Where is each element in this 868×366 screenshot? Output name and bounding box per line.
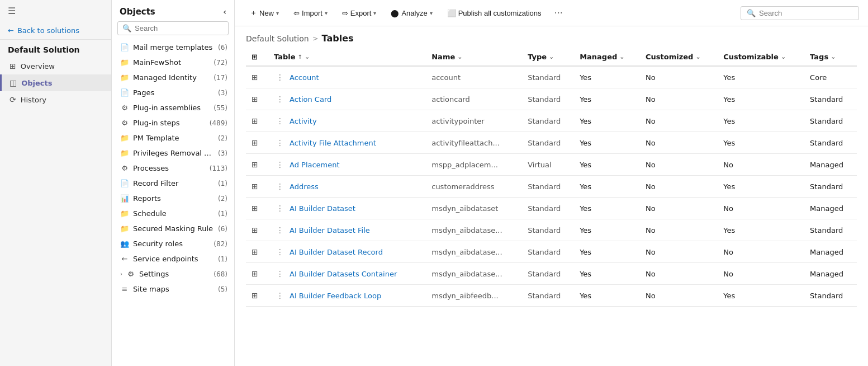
filter-name-icon[interactable]: ⌄ — [457, 53, 462, 60]
toolbar-search-input[interactable] — [759, 9, 853, 17]
more-options-icon[interactable]: ··· — [550, 5, 567, 21]
row-menu-icon[interactable]: ⋮ — [274, 290, 286, 301]
managed-identity-list-icon: 📁 — [120, 73, 129, 82]
th-type[interactable]: Type⌄ — [522, 48, 574, 66]
pages-count: (3) — [218, 89, 227, 97]
sidebar-item-history[interactable]: ⟳ History — [0, 91, 111, 108]
th-customized[interactable]: Customized⌄ — [640, 48, 718, 66]
row-table-name[interactable]: Action Card — [290, 95, 331, 104]
analyze-button[interactable]: ⬤ Analyze ▾ — [385, 6, 438, 21]
th-label-type: Type — [528, 53, 547, 61]
objects-item-mail-merge[interactable]: 📄 Mail merge templates (6) — [112, 40, 234, 55]
row-menu-icon[interactable]: ⋮ — [274, 159, 286, 170]
row-table-cell: ⋮ AI Builder Dataset Record — [268, 241, 426, 263]
row-menu-icon[interactable]: ⋮ — [274, 246, 286, 257]
objects-item-managed-identity[interactable]: 📁 Managed Identity (17) — [112, 70, 234, 85]
table-row: ⊞ ⋮ Activity File Attachment activityfil… — [246, 132, 857, 154]
pages-list-icon: 📄 — [120, 88, 129, 97]
filter-managed-icon[interactable]: ⌄ — [619, 53, 624, 60]
th-tags[interactable]: Tags⌄ — [804, 48, 857, 66]
th-name[interactable]: Name⌄ — [426, 48, 522, 66]
search-icon: 🔍 — [122, 24, 131, 32]
objects-item-mainfewshot[interactable]: 📁 MainFewShot (72) — [112, 55, 234, 70]
filter-customizable-icon[interactable]: ⌄ — [781, 53, 786, 60]
filter-tags-icon[interactable]: ⌄ — [831, 53, 836, 60]
row-table-name[interactable]: AI Builder Dataset File — [290, 226, 370, 234]
objects-item-pm-template[interactable]: 📁 PM Template (2) — [112, 130, 234, 146]
table-select-icon[interactable]: ⊞ — [252, 53, 258, 61]
objects-collapse-icon[interactable]: ‹ — [223, 7, 226, 16]
objects-item-service-endpoints[interactable]: ← Service endpoints (1) — [112, 251, 234, 266]
th-customizable[interactable]: Customizable⌄ — [718, 48, 804, 66]
row-table-name[interactable]: AI Builder Dataset — [290, 204, 355, 213]
row-menu-icon[interactable]: ⋮ — [274, 137, 286, 148]
row-table-cell: ⋮ AI Builder Datasets Container — [268, 263, 426, 285]
objects-item-plugin-steps[interactable]: ⚙ Plug-in steps (489) — [112, 115, 234, 130]
row-menu-icon[interactable]: ⋮ — [274, 93, 286, 105]
row-customized-cell: No — [640, 88, 718, 110]
row-menu-icon[interactable]: ⋮ — [274, 115, 286, 126]
new-button[interactable]: ＋ New ▾ — [244, 4, 285, 21]
filter-table-icon[interactable]: ⌄ — [305, 53, 310, 60]
sidebar-item-objects[interactable]: ◫ Objects — [0, 74, 111, 91]
export-button[interactable]: ⇨ Export ▾ — [336, 6, 383, 21]
objects-item-processes[interactable]: ⚙ Processes (113) — [112, 161, 234, 176]
row-customizable-cell: No — [718, 154, 804, 176]
import-button[interactable]: ⇦ Import ▾ — [287, 6, 334, 21]
hamburger-icon[interactable]: ☰ — [0, 0, 111, 22]
row-customized-cell: No — [640, 285, 718, 307]
row-menu-icon[interactable]: ⋮ — [274, 268, 286, 279]
objects-item-plugin-assemblies[interactable]: ⚙ Plug-in assemblies (55) — [112, 100, 234, 115]
pm-template-list-icon: 📁 — [120, 134, 129, 142]
row-type-cell: Standard — [522, 66, 574, 88]
objects-item-reports[interactable]: 📊 Reports (2) — [112, 191, 234, 206]
row-managed-cell: Yes — [574, 154, 640, 176]
row-table-name[interactable]: AI Builder Datasets Container — [290, 270, 397, 278]
row-table-name[interactable]: Account — [290, 73, 319, 82]
th-table[interactable]: Table↑⌄ — [268, 48, 426, 66]
table-row: ⊞ ⋮ AI Builder Dataset File msdyn_aibdat… — [246, 219, 857, 241]
security-roles-list-icon: 👥 — [120, 240, 129, 248]
row-name-cell: msdyn_aibdataset — [426, 198, 522, 219]
managed-identity-count: (17) — [214, 74, 227, 82]
objects-item-pages[interactable]: 📄 Pages (3) — [112, 85, 234, 100]
site-maps-count: (5) — [218, 285, 227, 293]
table-row: ⊞ ⋮ Account accountStandardYesNoYesCore — [246, 66, 857, 88]
publish-button[interactable]: ⬜ Publish all customizations — [441, 6, 548, 21]
import-chevron-icon: ▾ — [325, 10, 328, 16]
row-table-name[interactable]: AI Builder Dataset Record — [290, 248, 383, 256]
row-menu-icon[interactable]: ⋮ — [274, 203, 286, 214]
row-table-name[interactable]: Address — [290, 182, 319, 191]
objects-item-settings[interactable]: › ⚙ Settings (68) — [112, 266, 234, 281]
row-table-cell: ⋮ Activity — [268, 110, 426, 132]
objects-item-schedule[interactable]: 📁 Schedule (1) — [112, 206, 234, 221]
th-managed[interactable]: Managed⌄ — [574, 48, 640, 66]
breadcrumb-parent[interactable]: Default Solution — [246, 34, 309, 43]
row-managed-cell: Yes — [574, 241, 640, 263]
sidebar-item-overview[interactable]: ⊞ Overview — [0, 58, 111, 74]
row-menu-icon[interactable]: ⋮ — [274, 224, 286, 236]
row-menu-icon[interactable]: ⋮ — [274, 72, 286, 83]
objects-item-record-filter[interactable]: 📄 Record Filter (1) — [112, 176, 234, 191]
objects-search-box[interactable]: 🔍 — [117, 21, 229, 35]
objects-item-secured-masking[interactable]: 📁 Secured Masking Rule (6) — [112, 221, 234, 236]
toolbar-search-box[interactable]: 🔍 — [741, 6, 859, 20]
back-to-solutions-button[interactable]: ← Back to solutions — [0, 22, 111, 40]
row-customizable-cell: No — [718, 241, 804, 263]
row-table-name[interactable]: Activity File Attachment — [290, 139, 376, 147]
filter-type-icon[interactable]: ⌄ — [549, 53, 554, 60]
filter-customized-icon[interactable]: ⌄ — [695, 53, 700, 60]
row-table-name[interactable]: Activity — [290, 117, 317, 125]
back-arrow-icon: ← — [8, 26, 14, 35]
row-table-name[interactable]: AI Builder Feedback Loop — [290, 292, 381, 300]
objects-search-input[interactable] — [135, 24, 224, 32]
schedule-count: (1) — [218, 210, 227, 218]
row-managed-cell: Yes — [574, 219, 640, 241]
privileges-count: (3) — [218, 149, 227, 157]
row-table-name[interactable]: Ad Placement — [290, 161, 340, 169]
row-menu-icon[interactable]: ⋮ — [274, 181, 286, 192]
objects-item-privileges[interactable]: 📁 Privileges Removal S... (3) — [112, 146, 234, 161]
objects-item-site-maps[interactable]: ≡ Site maps (5) — [112, 281, 234, 297]
objects-panel: Objects ‹ 🔍 📄 Mail merge templates (6) 📁… — [112, 0, 235, 366]
objects-item-security-roles[interactable]: 👥 Security roles (82) — [112, 236, 234, 251]
